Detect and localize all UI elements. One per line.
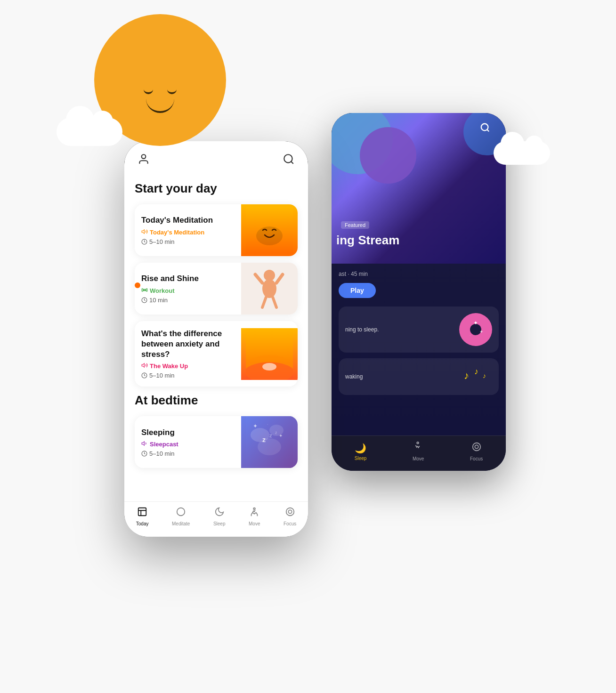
sleep-image: ✦ ✦ · z z z	[241, 416, 298, 468]
front-header	[124, 141, 308, 173]
back-sleep-icon: 🌙	[355, 443, 366, 454]
back-sleep-card-text: ning to sleep.	[345, 325, 379, 334]
workout-category-icon	[141, 287, 148, 295]
back-nav-move[interactable]: Move	[413, 442, 424, 461]
back-hero: Featured ing Stream	[332, 113, 506, 264]
back-play-button[interactable]: Play	[339, 283, 376, 298]
front-content: Start your day Today's Meditation	[124, 173, 308, 501]
section-bedtime: At bedtime	[135, 393, 298, 408]
back-nav-focus[interactable]: Focus	[470, 442, 483, 461]
search-icon[interactable]	[283, 153, 295, 168]
workout-card-text: Rise and Shine	[135, 266, 241, 311]
workout-title: Rise and Shine	[141, 274, 235, 284]
meditation-image	[241, 204, 298, 256]
nav-focus[interactable]: Focus	[284, 507, 296, 526]
workout-category: Workout	[141, 287, 235, 295]
back-wake-card-text: waking	[345, 373, 363, 380]
cloud-right-shape	[494, 141, 550, 165]
svg-text:♪: ♪	[483, 372, 486, 379]
meditation-duration: 5–10 min	[141, 238, 235, 245]
svg-rect-46	[138, 508, 146, 516]
scene: Featured ing Stream ast · 45 min Play ni…	[0, 0, 616, 693]
nav-sleep-label: Sleep	[213, 521, 226, 526]
back-sleep-card[interactable]: ning to sleep. ✦ ✦ ·	[339, 306, 499, 353]
meditation-category-icon	[141, 228, 148, 236]
svg-point-47	[177, 508, 185, 516]
back-search-icon[interactable]	[480, 122, 494, 137]
back-move-icon	[413, 442, 423, 454]
sleep-category-label: Sleepcast	[150, 441, 178, 448]
svg-rect-18	[146, 289, 147, 291]
wakeup-duration: 5–10 min	[141, 372, 235, 379]
svg-point-9	[472, 443, 480, 451]
nav-meditate[interactable]: Meditate	[172, 507, 190, 526]
workout-duration: 10 min	[141, 297, 235, 304]
card-workout[interactable]: Rise and Shine	[135, 263, 298, 314]
svg-text:z: z	[262, 436, 266, 443]
phone-front: Start your day Today's Meditation	[124, 141, 308, 537]
back-focus-icon	[471, 442, 482, 454]
svg-text:✦: ✦	[473, 320, 478, 326]
back-wake-illustration: ♪ ♪ ♪	[459, 365, 492, 388]
focus-nav-icon	[285, 507, 295, 520]
svg-text:z: z	[269, 433, 272, 438]
svg-text:♪: ♪	[474, 367, 478, 376]
nav-sleep[interactable]: Sleep	[213, 507, 226, 526]
svg-point-10	[475, 445, 478, 448]
phone-back: Featured ing Stream ast · 45 min Play ni…	[332, 113, 506, 471]
svg-marker-28	[142, 363, 144, 367]
sleep-nav-icon	[214, 507, 225, 520]
cloud-left-shape	[57, 118, 122, 146]
today-icon	[137, 507, 147, 520]
svg-point-50	[288, 510, 292, 513]
phone-front-screen: Start your day Today's Meditation	[124, 141, 308, 537]
wakeup-title: What's the difference between anxiety an…	[141, 329, 235, 360]
svg-text:♪: ♪	[464, 370, 469, 381]
nav-today[interactable]: Today	[136, 507, 149, 526]
svg-text:✦: ✦	[253, 423, 258, 429]
wakeup-card-text: What's the difference between anxiety an…	[135, 321, 241, 387]
nav-focus-label: Focus	[284, 521, 296, 526]
svg-rect-17	[142, 289, 143, 291]
sleep-title: Sleeping	[141, 427, 235, 438]
workout-category-label: Workout	[150, 287, 174, 294]
phone-back-screen: Featured ing Stream ast · 45 min Play ni…	[332, 113, 506, 471]
sleep-card-text: Sleeping Sleepcast	[135, 420, 241, 465]
sun-eyes	[132, 89, 188, 94]
svg-point-49	[286, 508, 294, 516]
cloud-right	[494, 141, 550, 165]
hero-blob-2	[360, 127, 416, 184]
svg-marker-34	[142, 442, 144, 445]
sun-smile	[146, 99, 174, 113]
svg-point-39	[258, 438, 281, 455]
back-nav-sleep-label: Sleep	[355, 456, 367, 461]
wakeup-category: The Wake Up	[141, 362, 235, 370]
card-wakeup[interactable]: What's the difference between anxiety an…	[135, 321, 298, 387]
back-content: ast · 45 min Play ning to sleep. ✦	[332, 264, 506, 402]
back-stream-title: ing Stream	[336, 233, 399, 248]
wakeup-category-icon	[141, 362, 148, 370]
profile-icon[interactable]	[138, 153, 150, 168]
meditation-category-label: Today's Meditation	[150, 229, 204, 236]
sun-face	[132, 89, 188, 113]
back-sleep-illustration: ✦ ✦ ·	[459, 313, 492, 346]
back-featured-label: Featured	[341, 221, 369, 229]
nav-meditate-label: Meditate	[172, 521, 190, 526]
nav-today-label: Today	[136, 521, 149, 526]
svg-point-11	[142, 154, 146, 159]
sleep-category: Sleepcast	[141, 440, 235, 448]
back-wake-card[interactable]: waking ♪ ♪ ♪	[339, 358, 499, 395]
svg-point-0	[481, 124, 488, 131]
meditation-category: Today's Meditation	[141, 228, 235, 236]
svg-point-48	[253, 508, 255, 510]
back-subtitle: ast · 45 min	[339, 271, 499, 277]
cloud-left	[57, 118, 122, 146]
svg-point-23	[262, 279, 276, 298]
nav-move[interactable]: Move	[249, 507, 260, 526]
sun-eye-right	[167, 89, 177, 94]
back-nav-sleep[interactable]: 🌙 Sleep	[355, 443, 367, 461]
svg-point-12	[284, 154, 292, 162]
card-meditation[interactable]: Today's Meditation Today's Meditat	[135, 204, 298, 256]
back-nav-move-label: Move	[413, 456, 424, 461]
card-sleep[interactable]: Sleeping Sleepcast	[135, 416, 298, 468]
